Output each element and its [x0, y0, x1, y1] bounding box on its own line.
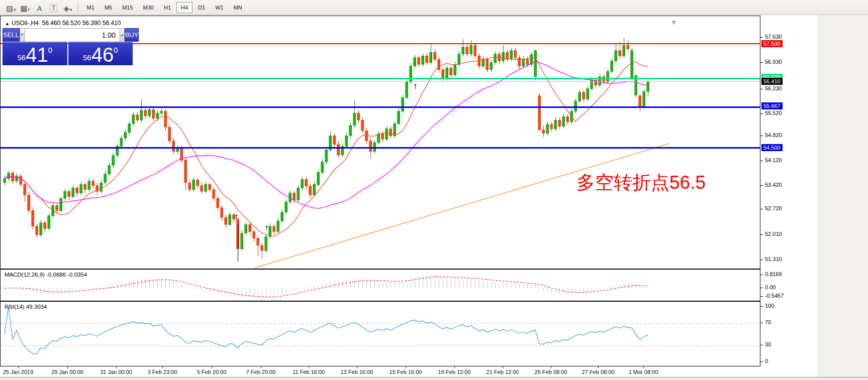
- timeframe-tabs: M1M5M15M30H1H4D1W1MN: [82, 2, 248, 13]
- price-level-badge: 54.500: [761, 144, 783, 151]
- time-tick: [454, 366, 455, 368]
- sell-price-prefix: 56: [17, 53, 26, 62]
- volume-input[interactable]: [25, 28, 120, 42]
- axis-tick-label: 56.230: [765, 85, 782, 91]
- axis-tick-label: 70: [765, 319, 771, 325]
- tab-timeframe-M30[interactable]: M30: [139, 2, 158, 13]
- toolbar-separator: [78, 3, 78, 13]
- axis-tick-label: 100: [765, 303, 774, 309]
- rsi-value: 49.3034: [26, 304, 47, 310]
- trading-terminal-window: ▨E▦FAT◈▾ M1M5M15M30H1H4D1W1MN ▲USOil-,H4…: [0, 0, 868, 380]
- axis-tick-label: 53.420: [765, 182, 782, 188]
- price-level-badge: 57.500: [761, 40, 783, 47]
- axis-tick-label: 57.630: [765, 34, 782, 40]
- time-tick-label: 29 Jan 00:00: [51, 369, 83, 375]
- axis-tick-label: 54.120: [765, 157, 782, 163]
- volume-increase-button[interactable]: ▲: [120, 28, 125, 42]
- chart-symbol-header: ▲USOil-,H4 56.460 56.520 56.390 56.410: [5, 20, 121, 27]
- chart-cross-marker: †: [235, 213, 238, 220]
- time-tick-label: 3 Feb 23:00: [148, 369, 177, 375]
- chart-shift-marker-icon[interactable]: ▼: [670, 19, 677, 26]
- axis-tick: [760, 306, 763, 307]
- right-gutter: [818, 15, 868, 380]
- buy-price-prefix: 56: [83, 53, 91, 62]
- time-tick: [357, 366, 357, 368]
- tab-timeframe-H4[interactable]: H4: [176, 2, 192, 13]
- tab-timeframe-M1[interactable]: M1: [82, 2, 99, 13]
- sell-button[interactable]: SELL: [3, 28, 20, 42]
- macd-values: -0.0686 -0.0354: [46, 272, 87, 278]
- time-tick-label: 25 Jan 2019: [3, 369, 34, 375]
- price-level-badge: 56.410: [761, 78, 783, 85]
- time-tick: [309, 366, 309, 368]
- tab-timeframe-M15[interactable]: M15: [118, 2, 137, 13]
- time-tick-label: 7 Feb 20:00: [246, 369, 276, 375]
- time-tick: [551, 366, 551, 368]
- volume-decrease-button[interactable]: ▼: [20, 28, 25, 42]
- tab-timeframe-MN[interactable]: MN: [229, 2, 247, 13]
- axis-tick-label: -0.5457: [765, 293, 784, 299]
- price-axis[interactable]: 57.63056.93056.23055.52054.82054.12053.4…: [760, 15, 818, 380]
- buy-price-tile[interactable]: 56460: [68, 42, 133, 65]
- tab-timeframe-H1[interactable]: H1: [159, 2, 175, 13]
- chart-area: ▲USOil-,H4 56.460 56.520 56.390 56.410 S…: [0, 15, 760, 380]
- axis-tick: [760, 361, 763, 362]
- sell-price-main: 41: [26, 45, 48, 64]
- one-click-trading-panel: SELL ▼ ▲ BUY 56410 56460: [3, 28, 133, 65]
- axis-tick: [760, 323, 763, 323]
- axis-tick: [760, 234, 763, 235]
- drawing-tools-group: ▨E▦FAT◈▾: [4, 2, 75, 14]
- axis-tick-label: 0.00: [765, 284, 776, 290]
- buy-button[interactable]: BUY: [125, 28, 139, 42]
- price-level-badge: 55.667: [761, 102, 783, 109]
- time-tick-label: 27 Feb 08:00: [582, 369, 615, 375]
- window-bottom-edge: [0, 377, 868, 380]
- sell-price-pip: 0: [48, 46, 52, 54]
- macd-indicator-panel[interactable]: MACD(12,26,9) -0.0686 -0.0354: [0, 269, 760, 301]
- time-tick-label: 1 Mar 08:00: [629, 369, 658, 375]
- axis-tick: [760, 296, 763, 297]
- axis-tick: [760, 62, 763, 63]
- axis-tick-label: 52.010: [765, 231, 782, 237]
- tab-timeframe-W1[interactable]: W1: [211, 2, 228, 13]
- axis-tick: [760, 113, 763, 114]
- tab-timeframe-M5[interactable]: M5: [100, 2, 117, 13]
- collapse-arrow-icon[interactable]: ▲: [5, 21, 10, 26]
- time-tick-label: 21 Feb 12:00: [487, 369, 519, 375]
- sell-price-tile[interactable]: 56410: [3, 42, 67, 65]
- ohlc-values: 56.460 56.520 56.390 56.410: [42, 20, 121, 27]
- time-tick: [116, 366, 117, 368]
- axis-tick: [760, 161, 763, 161]
- text-tool-icon[interactable]: A: [33, 2, 47, 14]
- rsi-label: RSI(14) 49.3034: [5, 304, 47, 310]
- axis-tick: [760, 89, 763, 89]
- grid-tool-icon[interactable]: ▦F: [19, 2, 33, 14]
- axis-tick-label: 52.720: [765, 205, 782, 211]
- time-tick: [406, 366, 406, 368]
- shapes-tool-icon[interactable]: ◈▾: [61, 2, 75, 14]
- axis-tick: [760, 37, 763, 38]
- time-tick: [18, 366, 19, 368]
- time-tick: [503, 366, 503, 368]
- time-tick: [212, 366, 212, 368]
- pattern-tool-icon[interactable]: ▨E: [4, 2, 19, 14]
- time-tick-label: 13 Feb 16:00: [341, 369, 373, 375]
- axis-tick-label: 56.930: [765, 59, 782, 65]
- axis-tick-label: 51.310: [765, 256, 782, 262]
- main-price-panel[interactable]: ▲USOil-,H4 56.460 56.520 56.390 56.410 S…: [0, 16, 760, 269]
- axis-tick: [760, 209, 763, 209]
- time-tick: [162, 366, 163, 368]
- time-tick-label: 19 Feb 12:00: [438, 369, 471, 375]
- textbox-tool-icon[interactable]: T: [47, 2, 61, 14]
- time-tick-label: 15 Feb 16:00: [390, 369, 422, 375]
- top-toolbar: ▨E▦FAT◈▾ M1M5M15M30H1H4D1W1MN: [0, 0, 868, 15]
- axis-tick: [760, 275, 763, 275]
- macd-chart: [1, 270, 760, 301]
- tab-timeframe-D1[interactable]: D1: [194, 2, 210, 13]
- time-tick: [598, 366, 599, 368]
- chart-cross-marker: †: [265, 224, 268, 231]
- rsi-indicator-panel[interactable]: RSI(14) 49.3034: [0, 301, 760, 366]
- time-tick: [67, 366, 68, 368]
- axis-tick: [760, 136, 763, 136]
- axis-tick-label: 54.820: [765, 132, 782, 138]
